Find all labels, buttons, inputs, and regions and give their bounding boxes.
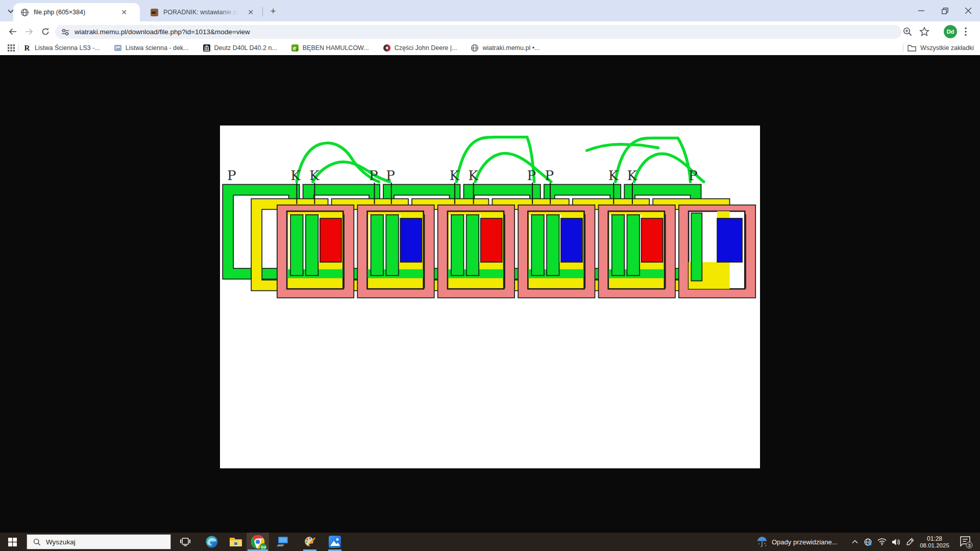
new-tab-button[interactable]: + (266, 5, 280, 18)
address-bar[interactable]: wiatraki.memu.pl/download/file.php?id=10… (55, 25, 901, 39)
file-explorer-icon (229, 536, 242, 547)
page-content: PKKPPKKPPKKP (0, 55, 980, 533)
this-pc-icon (276, 536, 289, 548)
svg-text:e: e (293, 45, 296, 51)
svg-text:P: P (527, 168, 536, 183)
bookmark-item[interactable]: Części John Deere |... (383, 44, 457, 52)
back-icon[interactable] (6, 25, 19, 38)
paint-icon (303, 535, 316, 548)
tab-file-php[interactable]: file.php (605×384) ✕ (13, 3, 140, 21)
system-tray (851, 533, 914, 551)
svg-text:K: K (627, 168, 637, 183)
taskbar-app-file-explorer[interactable] (225, 533, 247, 551)
forward-icon[interactable] (22, 25, 36, 38)
svg-text:P: P (386, 168, 395, 183)
photos-icon (328, 535, 341, 548)
weather-label: Opady przewidziane... (772, 538, 838, 546)
menu-kebab-icon[interactable] (965, 25, 967, 38)
search-icon (33, 538, 41, 546)
volume-icon[interactable] (892, 538, 901, 546)
globe-icon (471, 44, 479, 52)
taskbar-app-this-pc[interactable] (271, 533, 293, 551)
taskbar-clock[interactable]: 01:28 08.01.2025 (917, 533, 952, 551)
forum-icon (150, 8, 159, 17)
winding-diagram: PKKPPKKPPKKP (220, 126, 760, 468)
umbrella-rain-icon (756, 536, 768, 548)
taskbar: Wyszukaj Dd Opady przewidziane... (0, 533, 980, 551)
bookmark-item[interactable]: eBĘBEN HAMULCOW... (291, 44, 369, 52)
bookmark-items: RListwa Ścienna LS3 -...Listwa ścienna -… (23, 44, 553, 52)
minimize-button[interactable] (910, 0, 933, 21)
browser-toolbar: wiatraki.memu.pl/download/file.php?id=10… (0, 21, 980, 41)
network-status-icon[interactable] (864, 538, 872, 546)
bookmarks-divider (903, 44, 903, 52)
taskbar-app-edge[interactable] (201, 533, 223, 551)
green-e-icon: e (291, 44, 299, 52)
zoom-icon[interactable] (902, 25, 913, 38)
svg-text:K: K (309, 168, 320, 183)
close-icon[interactable]: ✕ (246, 8, 255, 17)
svg-text:K: K (290, 168, 301, 183)
notification-center[interactable]: 3 (955, 533, 976, 551)
bookmark-item[interactable]: Deutz D40L D40.2 n... (203, 44, 277, 52)
wifi-icon[interactable] (877, 538, 887, 545)
taskbar-app-chrome[interactable]: Dd (247, 533, 269, 551)
red-logo-icon (383, 44, 391, 52)
taskbar-app-paint[interactable] (299, 533, 321, 551)
restore-button[interactable] (933, 0, 957, 21)
reload-icon[interactable] (39, 25, 52, 38)
dark-building-icon (203, 44, 211, 52)
svg-text:P: P (227, 168, 236, 183)
bookmark-item[interactable]: wiatraki.memu.pl •... (471, 44, 540, 52)
clock-date: 08.01.2025 (920, 542, 949, 549)
bookmark-label: Listwa ścienna - dek... (126, 44, 189, 52)
clock-time: 01:28 (927, 535, 942, 542)
task-view-icon (180, 536, 191, 547)
taskbar-weather[interactable]: Opady przewidziane... (756, 533, 838, 551)
taskbar-search-input[interactable]: Wyszukaj (27, 534, 171, 549)
chevron-up-icon[interactable] (851, 539, 859, 544)
site-settings-icon[interactable] (61, 28, 69, 36)
all-bookmarks[interactable]: Wszystkie zakładki (900, 41, 974, 55)
bookmark-label: wiatraki.memu.pl •... (482, 44, 540, 52)
svg-text:P: P (545, 168, 554, 183)
bookmark-item[interactable]: RListwa Ścienna LS3 -... (23, 44, 100, 52)
pen-icon[interactable] (906, 538, 914, 546)
bookmark-label: BĘBEN HAMULCOW... (303, 44, 369, 52)
bookmark-star-icon[interactable] (919, 25, 929, 38)
search-placeholder: Wyszukaj (46, 538, 76, 546)
taskbar-app-photos[interactable] (324, 533, 346, 551)
svg-text:P: P (369, 168, 378, 183)
tab-poradnik[interactable]: PORADNIK: wstawianie zdjęć do ✕ (143, 3, 261, 21)
chrome-icon: Dd (251, 535, 265, 549)
desktop: file.php (605×384) ✕ PORADNIK: wstawiani… (0, 0, 980, 551)
bookmark-label: Deutz D40L D40.2 n... (214, 44, 277, 52)
globe-icon (20, 8, 29, 17)
apps-grid-icon[interactable] (7, 44, 15, 52)
bookmarks-divider (18, 44, 19, 52)
bookmark-item[interactable]: Listwa ścienna - dek... (114, 44, 189, 52)
window-controls (910, 0, 980, 21)
svg-text:K: K (449, 168, 459, 183)
bookmark-label: Listwa Ścienna LS3 -... (35, 44, 100, 52)
profile-avatar[interactable]: Dd (944, 25, 957, 38)
notification-badge: 3 (968, 543, 970, 548)
start-button[interactable] (0, 533, 24, 551)
edge-icon (205, 535, 218, 548)
tab-title: file.php (605×384) (34, 9, 114, 16)
letter-r-icon: R (23, 44, 31, 52)
close-window-button[interactable] (957, 0, 980, 21)
tab-title: PORADNIK: wstawianie zdjęć do (163, 9, 241, 16)
winding-diagram-image[interactable]: PKKPPKKPPKKP (220, 126, 760, 468)
all-bookmarks-label: Wszystkie zakładki (920, 44, 974, 52)
svg-text:K: K (608, 168, 619, 183)
bookmark-label: Części John Deere |... (395, 44, 457, 52)
close-icon[interactable]: ✕ (119, 8, 129, 17)
tab-divider (262, 7, 263, 16)
bookmarks-bar: RListwa Ścienna LS3 -...Listwa ścienna -… (0, 41, 980, 55)
taskbar-app-task-view[interactable] (174, 533, 197, 551)
url-text[interactable]: wiatraki.memu.pl/download/file.php?id=10… (75, 28, 250, 36)
svg-text:K: K (468, 168, 478, 183)
folder-icon (908, 44, 916, 52)
svg-text:P: P (689, 168, 698, 183)
